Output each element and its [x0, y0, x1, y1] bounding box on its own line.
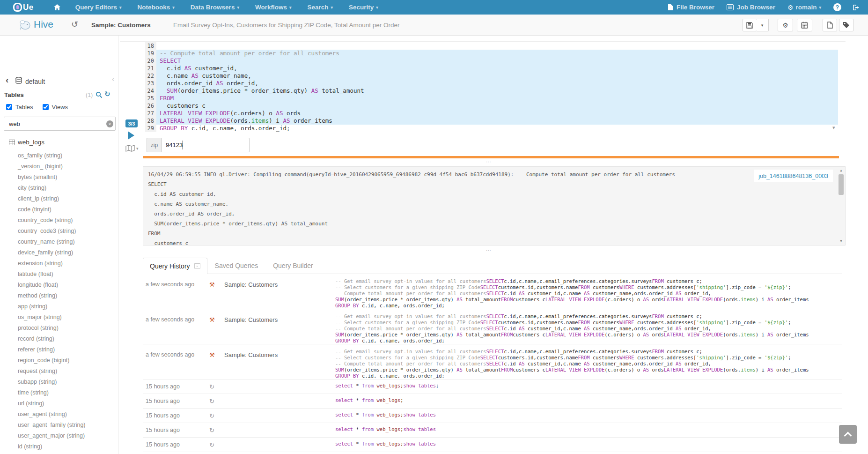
editor-line-code[interactable]: -- Compute total amount per order for al… [156, 50, 838, 57]
table-search-input[interactable] [4, 117, 116, 131]
column-item[interactable]: protocol (string) [0, 323, 118, 334]
column-item[interactable]: country_code (string) [0, 215, 118, 226]
document-description[interactable]: Email Survey Opt-Ins, Customers for Ship… [173, 22, 399, 29]
save-dropdown-button[interactable]: ▾ [756, 19, 769, 31]
history-row[interactable]: 15 hours ago↻select * from web_logs;show… [143, 423, 842, 438]
schedule-button[interactable] [797, 19, 812, 31]
scroll-up-icon[interactable]: ▴ [838, 168, 844, 173]
editor-line[interactable]: 24 SUM(order_items.price * order_items.q… [145, 87, 838, 95]
logout-icon[interactable] [853, 4, 860, 11]
job-link[interactable]: job_1461888648136_0003 [758, 173, 828, 179]
editor-line-code[interactable]: LATERAL VIEW EXPLODE(c.orders) o AS ords [156, 110, 838, 117]
database-name[interactable]: default [25, 78, 45, 85]
nav-menu-query-editors[interactable]: Query Editors▾ [75, 4, 122, 11]
history-row[interactable]: a few seconds ago⚒Sample: Customers-- Ge… [143, 274, 842, 309]
editor-line-code[interactable]: FROM [156, 95, 838, 102]
history-row[interactable]: 15 hours ago↻select * from web_logs;show… [143, 380, 842, 394]
editor-line[interactable]: 28LATERAL VIEW EXPLODE(ords.items) i AS … [145, 117, 838, 125]
job-browser-link[interactable]: Job Browser [727, 4, 775, 11]
nav-menu-workflows[interactable]: Workflows▾ [255, 4, 292, 11]
resize-grip-bottom[interactable]: ⋯ [486, 247, 492, 253]
column-item[interactable]: _version_ (bigint) [0, 161, 118, 172]
editor-line[interactable]: 25FROM [145, 95, 838, 102]
search-icon[interactable] [96, 91, 103, 100]
views-checkbox[interactable] [43, 104, 49, 110]
column-item[interactable]: date (string) [0, 452, 118, 454]
editor-line[interactable]: 19-- Compute total amount per order for … [145, 50, 838, 57]
column-item[interactable]: city (string) [0, 183, 118, 194]
user-menu[interactable]: ⚙ romain ▾ [787, 4, 821, 11]
column-item[interactable]: user_agent (string) [0, 409, 118, 420]
column-item[interactable]: record (string) [0, 334, 118, 344]
resize-grip-top[interactable]: ⋯ [486, 159, 492, 165]
column-item[interactable]: region_code (bigint) [0, 355, 118, 366]
column-item[interactable]: os_family (string) [0, 150, 118, 161]
nav-menu-data-browsers[interactable]: Data Browsers▾ [191, 4, 239, 11]
column-item[interactable]: device_family (string) [0, 247, 118, 258]
column-item[interactable]: user_agent_family (string) [0, 420, 118, 431]
tab-query-builder[interactable]: Query Builder [265, 262, 321, 274]
scroll-to-top-button[interactable] [839, 425, 857, 444]
column-item[interactable]: app (string) [0, 301, 118, 312]
log-scrollbar[interactable]: ▴ ▾ [838, 168, 844, 244]
editor-line-code[interactable]: GROUP BY c.id, c.name, ords.order_id; [156, 125, 838, 132]
clear-history-icon[interactable]: × [194, 263, 200, 269]
column-item[interactable]: country_code3 (string) [0, 226, 118, 237]
refresh-icon[interactable]: ↻ [104, 90, 110, 98]
editor-line[interactable]: 20SELECT [145, 57, 838, 65]
help-icon[interactable]: ? [833, 3, 841, 11]
column-item[interactable]: id (string) [0, 441, 118, 452]
nav-menu-security[interactable]: Security▾ [349, 4, 378, 11]
clear-search-icon[interactable]: × [106, 120, 113, 127]
sql-editor[interactable]: 1819-- Compute total amount per order fo… [145, 42, 838, 132]
history-row[interactable]: 15 hours ago↻select * from web_logs;show… [143, 438, 842, 452]
tags-button[interactable] [839, 19, 853, 31]
column-item[interactable]: url (string) [0, 398, 118, 409]
column-item[interactable]: latitude (float) [0, 269, 118, 280]
editor-line[interactable]: 27LATERAL VIEW EXPLODE(c.orders) o AS or… [145, 110, 838, 117]
history-row[interactable]: 15 hours ago↻select * from web_logs; [143, 394, 842, 409]
column-item[interactable]: client_ip (string) [0, 194, 118, 204]
collapse-sidebar-icon[interactable]: ‹ [112, 75, 114, 83]
column-item[interactable]: method (string) [0, 290, 118, 301]
editor-line-code[interactable]: c.name AS customer_name, [156, 72, 838, 80]
nav-menu-search[interactable]: Search▾ [307, 4, 333, 11]
nav-menu-notebooks[interactable]: Notebooks▾ [138, 4, 175, 11]
column-item[interactable]: country_name (string) [0, 237, 118, 247]
history-row[interactable]: a few seconds ago⚒Sample: Customers-- Ge… [143, 309, 842, 344]
column-item[interactable]: code (tinyint) [0, 204, 118, 215]
result-map-button[interactable]: ▾ [125, 145, 139, 152]
home-icon[interactable] [53, 4, 61, 11]
tables-checkbox[interactable] [6, 104, 12, 110]
editor-line[interactable]: 23 ords.order_id AS order_id, [145, 80, 838, 87]
column-item[interactable]: user_agent_major (string) [0, 431, 118, 441]
tab-saved-queries[interactable]: Saved Queries [207, 262, 266, 274]
file-browser-link[interactable]: File Browser [668, 4, 714, 11]
editor-scroll-down-icon[interactable]: ▾ [832, 125, 835, 131]
column-item[interactable]: os_major (string) [0, 312, 118, 323]
column-item[interactable]: longitude (float) [0, 280, 118, 290]
editor-line-code[interactable] [156, 42, 838, 50]
table-item-web-logs[interactable]: web_logs [9, 139, 44, 146]
editor-line[interactable]: 29GROUP BY c.id, c.name, ords.order_id; [145, 125, 838, 132]
column-item[interactable]: extension (string) [0, 258, 118, 269]
editor-line-code[interactable]: customers c [156, 102, 838, 110]
editor-line-code[interactable]: LATERAL VIEW EXPLODE(ords.items) i AS or… [156, 117, 838, 125]
save-button[interactable] [743, 19, 757, 31]
editor-line-code[interactable]: ords.order_id AS order_id, [156, 80, 838, 87]
new-document-button[interactable] [823, 19, 837, 31]
history-row[interactable]: a few seconds ago⚒Sample: Customers-- Ge… [143, 344, 842, 380]
hue-logo[interactable]: Ue [13, 3, 34, 12]
scrollbar-thumb[interactable] [839, 174, 844, 195]
editor-line-code[interactable]: SELECT [156, 57, 838, 65]
tab-query-history[interactable]: Query History × [143, 258, 207, 274]
column-item[interactable]: bytes (smallint) [0, 172, 118, 183]
column-item[interactable]: referer (string) [0, 344, 118, 355]
recent-queries-icon[interactable]: ↺ [71, 19, 78, 29]
column-item[interactable]: subapp (string) [0, 377, 118, 387]
back-arrow-icon[interactable]: ‹ [6, 75, 8, 85]
scroll-down-icon[interactable]: ▾ [838, 238, 844, 244]
history-row[interactable]: 15 hours ago↻select * from web_logs;show… [143, 409, 842, 423]
editor-line[interactable]: 26 customers c [145, 102, 838, 110]
column-item[interactable]: time (string) [0, 387, 118, 398]
